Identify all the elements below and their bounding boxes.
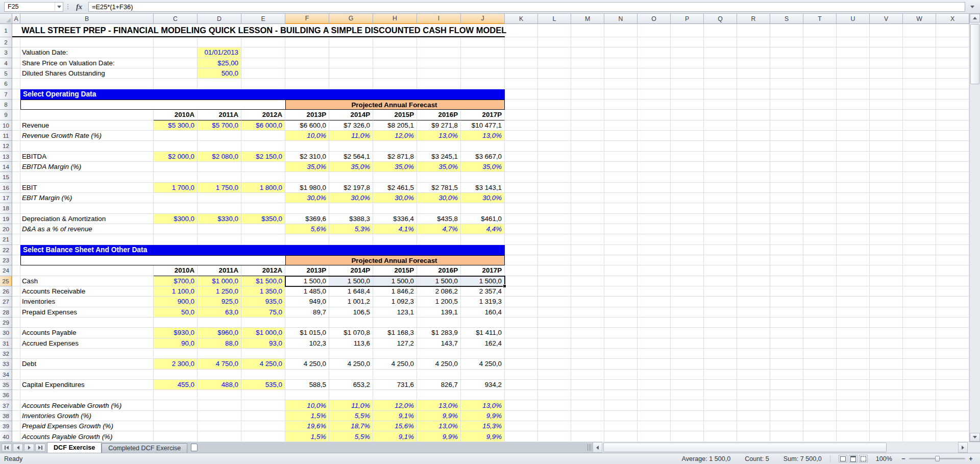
cell-A32[interactable] [12,349,20,359]
cell-G32[interactable] [329,349,373,359]
cell-N35[interactable] [604,380,638,390]
cell-J36[interactable] [461,390,505,400]
cell-J33[interactable]: 4 250,0 [461,359,505,369]
cell-U11[interactable] [837,131,870,141]
cell-B5[interactable]: Diluted Shares Outstanding [20,68,154,79]
cell-D30[interactable]: $960,0 [198,328,241,338]
cell-F11[interactable]: 10,0% [285,131,329,141]
cell-G21[interactable] [329,234,373,245]
cell-T27[interactable] [803,297,837,307]
cell-S32[interactable] [770,349,803,359]
cell-L37[interactable] [538,400,571,410]
cell-D2[interactable] [198,37,241,47]
cell-W8[interactable] [903,100,936,110]
cell-O8[interactable] [638,100,671,110]
cell-S24[interactable] [770,265,803,276]
cell-B38[interactable]: Inventories Growth (%) [20,411,154,421]
cell-D36[interactable] [198,390,241,400]
row-header-14[interactable]: 14 [0,162,12,172]
cell-I10[interactable]: $9 271,8 [417,120,461,131]
row-header-31[interactable]: 31 [0,338,12,349]
cell-T12[interactable] [803,141,837,151]
cell-B3[interactable]: Valuation Date: [20,47,154,58]
cell-I13[interactable]: $3 245,1 [417,152,461,162]
cell-X21[interactable] [936,234,969,245]
cell-W7[interactable] [903,89,936,100]
cell-A31[interactable] [12,338,20,349]
cell-N18[interactable] [604,203,638,213]
cell-O17[interactable] [638,193,671,203]
cell-W1[interactable] [903,24,936,37]
cell-S7[interactable] [770,89,803,100]
cell-P36[interactable] [671,390,704,400]
cell-A12[interactable] [12,141,20,151]
cell-A39[interactable] [12,421,20,431]
cell-K18[interactable] [505,203,538,213]
cell-X4[interactable] [936,58,969,68]
cell-N9[interactable] [604,110,638,120]
cell-S9[interactable] [770,110,803,120]
row-header-28[interactable]: 28 [0,307,12,318]
cell-M4[interactable] [571,58,604,68]
cell-F28[interactable]: 89,7 [285,307,329,318]
cell-B2[interactable] [20,37,154,47]
col-header-R[interactable]: R [737,14,770,24]
cell-J37[interactable]: 13,0% [461,400,505,410]
cell-T21[interactable] [803,234,837,245]
cell-H19[interactable]: $336,4 [373,214,417,224]
cell-B9[interactable] [20,110,154,120]
cell-M32[interactable] [571,349,604,359]
cell-E6[interactable] [241,79,285,89]
cell-L35[interactable] [538,380,571,390]
cell-W27[interactable] [903,297,936,307]
cell-V18[interactable] [870,203,903,213]
col-header-O[interactable]: O [638,14,671,24]
cell-J27[interactable]: 1 319,3 [461,297,505,307]
cell-C32[interactable] [154,349,198,359]
cell-F32[interactable] [285,349,329,359]
cell-O38[interactable] [638,411,671,421]
cell-M5[interactable] [571,68,604,79]
cell-V28[interactable] [870,307,903,318]
cell-F30[interactable]: $1 015,0 [285,328,329,338]
cell-K2[interactable] [505,37,538,47]
vertical-scrollbar[interactable] [969,14,980,442]
cell-J40[interactable]: 9,9% [461,431,505,442]
cell-V32[interactable] [870,349,903,359]
cell-C19[interactable]: $300,0 [154,214,198,224]
cell-D29[interactable] [198,318,241,328]
cell-M20[interactable] [571,224,604,234]
cell-W22[interactable] [903,245,936,255]
cell-V16[interactable] [870,183,903,193]
cell-F17[interactable]: 30,0% [285,193,329,203]
cell-N25[interactable] [604,276,638,286]
cell-J17[interactable]: 30,0% [461,193,505,203]
cell-L24[interactable] [538,265,571,276]
cell-G25[interactable]: 1 500,0 [329,276,373,286]
cell-O24[interactable] [638,265,671,276]
cell-M29[interactable] [571,318,604,328]
cell-F3[interactable] [285,47,329,58]
cell-Q25[interactable] [704,276,737,286]
col-header-L[interactable]: L [538,14,571,24]
cell-N10[interactable] [604,120,638,131]
cell-Q15[interactable] [704,172,737,182]
cell-M40[interactable] [571,431,604,442]
cell-B19[interactable]: Depreciation & Amortization [20,214,154,224]
tab-first-button[interactable] [2,444,12,452]
cell-K9[interactable] [505,110,538,120]
cell-K23[interactable] [505,255,538,265]
cell-E18[interactable] [241,203,285,213]
cell-M9[interactable] [571,110,604,120]
cell-C40[interactable] [154,431,198,442]
cell-X32[interactable] [936,349,969,359]
cell-U3[interactable] [837,47,870,58]
cell-H9[interactable]: 2015P [373,110,417,120]
cell-C13[interactable]: $2 000,0 [154,152,198,162]
cell-T29[interactable] [803,318,837,328]
cell-D18[interactable] [198,203,241,213]
cell-D15[interactable] [198,172,241,182]
cell-F6[interactable] [285,79,329,89]
cell-T7[interactable] [803,89,837,100]
cell-T33[interactable] [803,359,837,369]
